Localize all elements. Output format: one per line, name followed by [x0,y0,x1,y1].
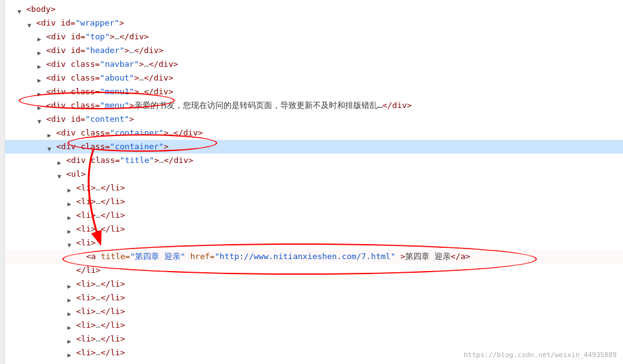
tag-li9: <li> [76,319,96,332]
tag-li2: <li> [76,195,96,208]
tag-top: <div id="top"> [46,31,115,43]
watermark: https://blog.csdn.net/weixin_44935889 [464,351,617,359]
tree-row-navbar[interactable]: <div class="navbar">…</div> [5,57,623,71]
tag-menu: <div class="menu"> [46,99,134,112]
tag-container2: <div class="container"> [56,140,169,153]
dom-tree: <body> <div id="wrapper"> <div id="top">… [0,0,623,362]
tree-row-li2[interactable]: <li>…</li> [5,195,623,209]
tree-arrow[interactable] [57,157,65,164]
tree-arrow[interactable] [67,308,75,315]
tree-arrow[interactable] [67,294,75,302]
tree-arrow[interactable] [37,102,45,109]
tree-row-header[interactable]: <div id="header">…</div> [5,44,623,57]
tree-row-container2[interactable]: <div class="container"> [5,140,623,154]
sidebar [0,0,5,364]
tree-arrow[interactable] [67,212,75,219]
tree-row-wrapper[interactable]: <div id="wrapper"> [5,16,623,30]
tree-row-anchor[interactable]: ▶ <a title="第四章 迎亲" href="http://www.nit… [5,250,623,263]
tree-row-li8[interactable]: <li>…</li> [5,305,623,318]
tree-arrow[interactable] [67,349,75,357]
tree-arrow[interactable] [67,225,75,233]
tag-li4: <li> [76,223,96,235]
tree-row-li5-close: </li> [5,263,623,277]
tag-li5-close: </li> [76,264,101,277]
tree-arrow[interactable] [57,170,65,178]
tree-arrow[interactable] [37,88,45,96]
tag-li10: <li> [76,333,96,345]
tag-ul: <ul> [66,168,86,180]
tree-row-top[interactable]: <div id="top">…</div> [5,30,623,44]
anchor-tag: <a title="第四章 迎亲" href="http://www.nitia… [86,250,470,263]
tag-li6: <li> [76,278,96,290]
tree-arrow[interactable] [17,6,25,13]
tree-row-li6[interactable]: <li>…</li> [5,277,623,291]
tag-li1: <li> [76,182,96,194]
tree-arrow[interactable] [47,129,55,137]
tag-content: <div id="content"> [46,113,134,125]
tree-arrow[interactable] [67,184,75,192]
tree-row-li1[interactable]: <li>…</li> [5,181,623,195]
tag-about: <div class="about"> [46,72,139,84]
tree-arrow[interactable] [27,19,35,27]
tree-row-menu[interactable]: <div class="menu">亲爱的书友，您现在访问的是转码页面，导致更新… [5,99,623,112]
tree-row-title[interactable]: <div class="title">…</div> [5,154,623,167]
tag-li7: <li> [76,292,96,304]
tree-arrow[interactable] [47,143,55,150]
tree-arrow[interactable] [67,198,75,205]
tree-row-body[interactable]: <body> [5,2,623,16]
tag-title: <div class="title"> [66,154,159,167]
tree-row-li3[interactable]: <li>…</li> [5,209,623,222]
tree-arrow[interactable] [37,33,45,41]
tag-header: <div id="header"> [46,44,129,57]
tree-row-about[interactable]: <div class="about">…</div> [5,71,623,85]
tree-arrow[interactable] [67,280,75,288]
tree-arrow[interactable] [67,335,75,343]
tree-row-li7[interactable]: <li>…</li> [5,291,623,305]
tree-row-container1[interactable]: <div class="container">…</div> [5,126,623,140]
tag-li11: <li> [76,347,96,359]
tag-li5: <li> [76,237,96,249]
tree-arrow[interactable] [67,322,75,329]
tree-row-ul[interactable]: <ul> [5,167,623,181]
tree-row-li4[interactable]: <li>…</li> [5,222,623,236]
tag-container1: <div class="container"> [56,127,169,139]
tag-body: <body> [26,3,56,16]
tree-arrow[interactable] [67,239,75,247]
tag-li3: <li> [76,209,96,222]
tree-row-li9[interactable]: <li>…</li> [5,318,623,332]
tree-row-content[interactable]: <div id="content"> [5,112,623,126]
tag-navbar: <div class="navbar"> [46,58,144,71]
tree-arrow[interactable] [37,47,45,54]
tree-row-menu1[interactable]: <div class="menu1">…</div> [5,85,623,99]
tree-arrow[interactable] [37,61,45,68]
tree-row-li5-expanded[interactable]: <li> [5,236,623,250]
tag-wrapper: <div id="wrapper"> [36,17,124,29]
devtools-panel: <body> <div id="wrapper"> <div id="top">… [0,0,623,364]
tag-menu1: <div class="menu1"> [46,86,139,98]
tree-row-li10[interactable]: <li>…</li> [5,332,623,346]
tag-li8: <li> [76,305,96,318]
tree-arrow[interactable] [37,116,45,123]
tree-arrow[interactable] [37,74,45,82]
